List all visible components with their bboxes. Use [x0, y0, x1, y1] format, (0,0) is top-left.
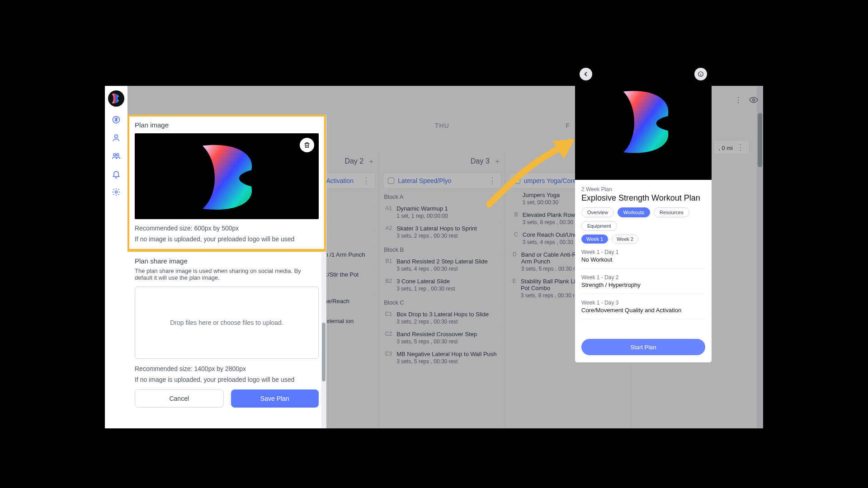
week-tab-2[interactable]: Week 2 — [612, 235, 638, 244]
exercise-details: 1 set, 1 rep, 00:00:00 — [396, 213, 448, 219]
exercise-code: C2 — [383, 331, 392, 337]
day-column-3: Day 3＋ Lateral Speed/Plyo⋮ Block AA1Dyna… — [379, 154, 505, 428]
phone-hero — [575, 63, 712, 180]
exercise-details: 3 sets, 5 reps , 00:30 rest — [396, 338, 477, 345]
block-label: Block B — [384, 246, 501, 253]
phone-body: 2 Week Plan Explosive Strength Workout P… — [575, 180, 712, 362]
exercise-name: Jumpers Yoga — [523, 192, 560, 198]
delete-image-button[interactable] — [300, 138, 314, 152]
exercise-name: Elevated Plank Row — [523, 211, 584, 218]
exercise-code: B1 — [383, 258, 392, 264]
cancel-button[interactable]: Cancel — [135, 389, 224, 408]
exercise-row[interactable]: A1Dynamic Warmup 11 set, 1 rep, 00:00:00 — [383, 202, 501, 222]
plan-subtitle: 2 Week Plan — [581, 186, 705, 192]
exercise-details: 1 set, 00:00:30 — [523, 199, 560, 206]
start-plan-button[interactable]: Start Plan — [581, 339, 705, 355]
exercise-code: C3 — [383, 351, 392, 357]
kebab-icon[interactable]: ⋮ — [362, 177, 370, 185]
plan-share-image-section: Plan share image The plan share image is… — [127, 251, 326, 414]
exercise-row[interactable]: C2Band Resisted Crossover Step3 sets, 5 … — [383, 328, 501, 347]
exercise-details: 3 sets, 4 reps , 00:30 rest — [523, 239, 584, 245]
share-heading: Plan share image — [135, 257, 319, 265]
exercise-code: C1 — [383, 311, 392, 317]
dollar-icon[interactable] — [111, 115, 121, 125]
svg-point-5 — [115, 191, 118, 193]
exercise-row[interactable]: A2Skater 3 Lateral Hops to Sprint3 sets,… — [383, 222, 501, 242]
share-image-dropzone[interactable]: Drop files here or choose files to uploa… — [135, 286, 319, 359]
plan-day-item[interactable]: Week 1 - Day 1No Workout — [581, 244, 705, 269]
week-tab-1[interactable]: Week 1 — [581, 235, 608, 244]
svg-point-3 — [113, 154, 116, 156]
svg-point-0 — [753, 99, 755, 101]
tab-overview[interactable]: Overview — [581, 207, 614, 217]
plan-image-heading: Plan image — [135, 121, 319, 129]
exercise-row[interactable]: C3MB Negative Lateral Hop to Wall Push3 … — [383, 347, 501, 367]
add-day-3[interactable]: ＋ — [493, 157, 501, 165]
day-label: Day 2 — [344, 157, 363, 165]
exercise-details: 3 sets, 1 rep , 00:30 rest — [396, 286, 455, 292]
category-tabs: OverviewWorkoutsResourcesEquipment — [581, 207, 705, 231]
plan-image-thumbnail[interactable] — [135, 133, 319, 219]
app-logo[interactable] — [108, 90, 124, 107]
exercise-code: E — [509, 278, 516, 284]
plan-day-item[interactable]: Week 1 - Day 2Strength / Hypertrophy — [581, 269, 705, 294]
tab-equipment[interactable]: Equipment — [581, 221, 617, 231]
exercise-details: 3 sets, 5 reps , 00:30 rest — [396, 358, 496, 365]
checkbox-icon[interactable] — [514, 178, 520, 184]
add-day-2[interactable]: ＋ — [367, 157, 375, 165]
exercise-code: B2 — [383, 278, 392, 284]
exercise-code: A2 — [383, 225, 392, 231]
team-icon[interactable] — [111, 151, 121, 161]
fallback-text: If no image is uploaded, your preloaded … — [135, 235, 319, 243]
panel-scroll-thumb[interactable] — [322, 323, 326, 381]
exercise-row[interactable]: C1Box Drop to 3 Lateral Hops to Slide3 s… — [383, 308, 501, 328]
workout-card[interactable]: Lateral Speed/Plyo⋮ — [383, 173, 501, 189]
block-label: Block A — [384, 193, 501, 200]
day-title: Strength / Hypertrophy — [581, 282, 705, 288]
gear-icon[interactable] — [111, 187, 121, 197]
info-button[interactable] — [694, 68, 707, 80]
tab-resources[interactable]: Resources — [654, 207, 689, 217]
exercise-code: B — [509, 211, 518, 218]
checkbox-icon[interactable] — [388, 178, 394, 184]
exercise-details: 3 sets, 2 reps , 00:30 rest — [396, 233, 477, 239]
phone-preview: 2 Week Plan Explosive Strength Workout P… — [575, 63, 712, 362]
svg-point-2 — [115, 135, 118, 138]
kebab-icon[interactable]: ⋮ — [733, 95, 743, 105]
bell-icon[interactable] — [111, 169, 121, 179]
user-icon[interactable] — [111, 133, 121, 143]
exercise-name: Box Drop to 3 Lateral Hops to Slide — [396, 311, 489, 318]
exercise-row[interactable]: B1Band Resisted 2 Step Lateral Slide3 se… — [383, 255, 501, 275]
svg-point-4 — [117, 154, 119, 156]
plan-settings-panel: Plan image Recommended size: 600px by 50… — [127, 115, 326, 428]
tab-workouts[interactable]: Workouts — [618, 207, 650, 217]
week-tabs: Week 1Week 2 — [581, 235, 705, 244]
save-plan-button[interactable]: Save Plan — [231, 389, 319, 408]
exercise-code: D — [509, 251, 517, 258]
exercise-name: Core Reach Out/Under — [523, 231, 584, 238]
exercise-details: 3 sets, 4 reps , 00:30 rest — [396, 266, 488, 272]
back-button[interactable] — [580, 68, 592, 80]
share-fallback-text: If no image is uploaded, your preloaded … — [135, 376, 319, 383]
exercise-details: 3 sets, 2 reps , 00:30 rest — [396, 319, 489, 325]
day-title: No Workout — [581, 256, 705, 263]
day-label: Week 1 - Day 1 — [581, 249, 705, 255]
plan-title: Explosive Strength Workout Plan — [581, 193, 705, 203]
share-description: The plan share image is used when sharin… — [135, 267, 319, 281]
exercise-name: Band Resisted Crossover Step — [396, 331, 477, 338]
day-label: Week 1 - Day 2 — [581, 274, 705, 281]
eye-icon[interactable] — [749, 95, 759, 105]
kebab-icon[interactable]: ⋮ — [488, 177, 496, 185]
day-header-thu: THU — [379, 122, 505, 135]
exercise-name: Band Resisted 2 Step Lateral Slide — [396, 258, 488, 265]
plan-image-section-highlight: Plan image Recommended size: 600px by 50… — [127, 115, 326, 252]
exercise-code: C — [509, 231, 518, 238]
exercise-name: Dynamic Warmup 1 — [396, 205, 448, 212]
scroll-thumb[interactable] — [758, 113, 762, 167]
plan-day-item[interactable]: Week 1 - Day 3Core/Movement Quality and … — [581, 294, 705, 319]
exercise-row[interactable]: B23 Cone Lateral Slide3 sets, 1 rep , 00… — [383, 275, 501, 295]
window-scrollbar[interactable] — [757, 86, 763, 428]
share-recommended-size: Recommended size: 1400px by 2800px — [135, 365, 319, 372]
day-label: Week 1 - Day 3 — [581, 300, 705, 306]
left-sidebar — [105, 86, 127, 428]
